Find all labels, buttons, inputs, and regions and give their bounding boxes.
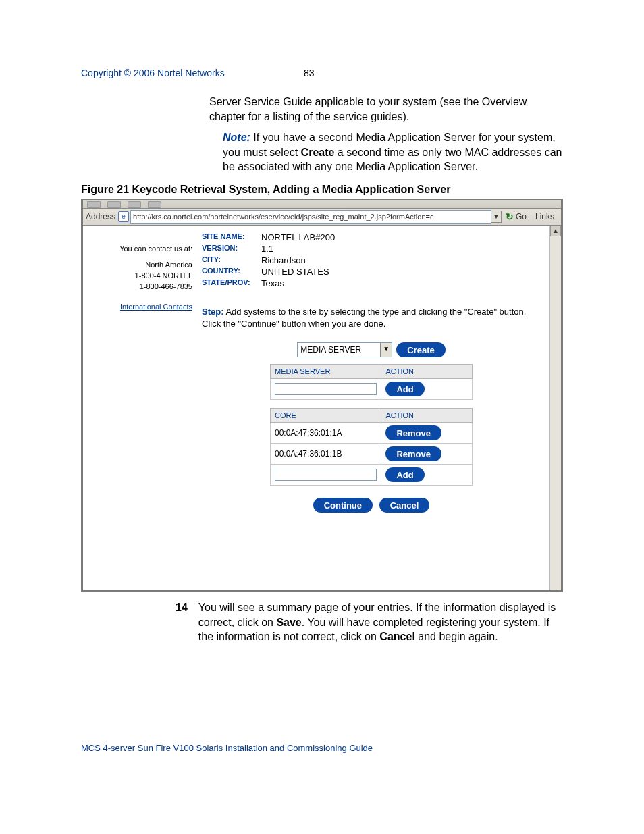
- add-button[interactable]: Add: [385, 382, 424, 396]
- go-label: Go: [516, 212, 527, 221]
- browser-viewport: ▲ You can contact us at: North America 1…: [83, 226, 561, 590]
- media-action-header: ACTION: [381, 365, 473, 379]
- contact-sidebar: You can contact us at: North America 1-8…: [83, 226, 198, 590]
- core-table: CORE ACTION 00:0A:47:36:01:1A Remove 00:…: [270, 408, 473, 486]
- address-label: Address: [86, 212, 115, 221]
- media-server-table: MEDIA SERVER ACTION Add: [270, 364, 473, 400]
- state-val: Texas: [261, 278, 284, 288]
- step-text: Add systems to the site by selecting the…: [202, 307, 526, 329]
- step-14-bold-1: Save: [276, 617, 301, 628]
- remove-button[interactable]: Remove: [385, 446, 441, 461]
- contact-phone-2: 1-800-466-7835: [88, 282, 192, 290]
- vertical-scrollbar[interactable]: ▲: [549, 226, 561, 590]
- step-instruction: Step: Add systems to the site by selecti…: [202, 306, 541, 330]
- table-row: Add: [271, 379, 473, 400]
- state-key: STATE/PROV:: [202, 278, 261, 288]
- screenshot-frame: Address e http://krs.ca.nortel.com/norte…: [81, 199, 563, 592]
- note-bold: Create: [301, 147, 335, 158]
- city-key: CITY:: [202, 255, 261, 265]
- core-mac-2: 00:0A:47:36:01:1B: [271, 444, 381, 465]
- table-row: 00:0A:47:36:01:1A Remove: [271, 423, 473, 444]
- step-14: 14 You will see a summary page of your e…: [176, 600, 563, 644]
- page-number: 83: [304, 68, 315, 78]
- contact-region: North America: [88, 261, 192, 269]
- core-col-header: CORE: [271, 409, 381, 423]
- go-button[interactable]: ↻ Go: [506, 211, 527, 222]
- system-type-select[interactable]: MEDIA SERVER ▼: [297, 342, 392, 357]
- core-mac-input[interactable]: [275, 469, 377, 481]
- media-server-input[interactable]: [275, 383, 377, 395]
- copyright-text: Copyright © 2006 Nortel Networks: [81, 68, 225, 78]
- step-14-text-3: and begin again.: [415, 631, 498, 642]
- intro-paragraph: Server Service Guide applicable to your …: [209, 95, 563, 124]
- remove-button[interactable]: Remove: [385, 425, 441, 440]
- scroll-up-icon[interactable]: ▲: [550, 226, 561, 236]
- main-panel: SITE NAME:NORTEL LAB#200 VERSION:1.1 CIT…: [198, 226, 561, 590]
- browser-toolbar: [83, 200, 561, 209]
- note-label: Note:: [223, 132, 250, 143]
- city-val: Richardson: [261, 255, 306, 265]
- core-action-header: ACTION: [381, 409, 473, 423]
- table-row: 00:0A:47:36:01:1B Remove: [271, 444, 473, 465]
- continue-button[interactable]: Continue: [313, 498, 373, 513]
- version-key: VERSION:: [202, 244, 261, 254]
- version-val: 1.1: [261, 244, 273, 254]
- contact-heading: You can contact us at:: [88, 244, 192, 253]
- media-col-header: MEDIA SERVER: [271, 365, 381, 379]
- url-field[interactable]: http://krs.ca.nortel.com/nortelnetworks/…: [130, 210, 491, 224]
- international-contacts-link[interactable]: International Contacts: [120, 303, 192, 311]
- create-button[interactable]: Create: [396, 342, 445, 357]
- figure-caption: Figure 21 Keycode Retrieval System, Addi…: [81, 184, 563, 196]
- contact-phone-1: 1-800-4 NORTEL: [88, 271, 192, 280]
- url-dropdown-icon[interactable]: ▼: [491, 211, 502, 223]
- step-label: Step:: [202, 307, 224, 317]
- step-14-number: 14: [176, 600, 198, 644]
- ie-icon: e: [118, 211, 129, 222]
- cancel-button[interactable]: Cancel: [379, 498, 430, 513]
- links-button[interactable]: Links: [531, 212, 558, 221]
- page-header: Copyright © 2006 Nortel Networks 83: [81, 68, 563, 78]
- step-14-bold-2: Cancel: [379, 631, 414, 642]
- site-name-val: NORTEL LAB#200: [261, 232, 335, 242]
- system-type-value: MEDIA SERVER: [300, 345, 361, 355]
- footer-title: MCS 4-server Sun Fire V100 Solaris Insta…: [81, 743, 373, 753]
- go-arrow-icon: ↻: [506, 211, 514, 222]
- note-paragraph: Note: If you have a second Media Applica…: [223, 130, 563, 174]
- country-val: UNITED STATES: [261, 267, 329, 277]
- url-text: http://krs.ca.nortel.com/nortelnetworks/…: [133, 211, 433, 223]
- add-button[interactable]: Add: [385, 467, 424, 482]
- country-key: COUNTRY:: [202, 267, 261, 277]
- site-name-key: SITE NAME:: [202, 232, 261, 242]
- chevron-down-icon: ▼: [380, 343, 392, 357]
- address-bar: Address e http://krs.ca.nortel.com/norte…: [83, 209, 561, 226]
- table-row: Add: [271, 465, 473, 486]
- core-mac-1: 00:0A:47:36:01:1A: [271, 423, 381, 444]
